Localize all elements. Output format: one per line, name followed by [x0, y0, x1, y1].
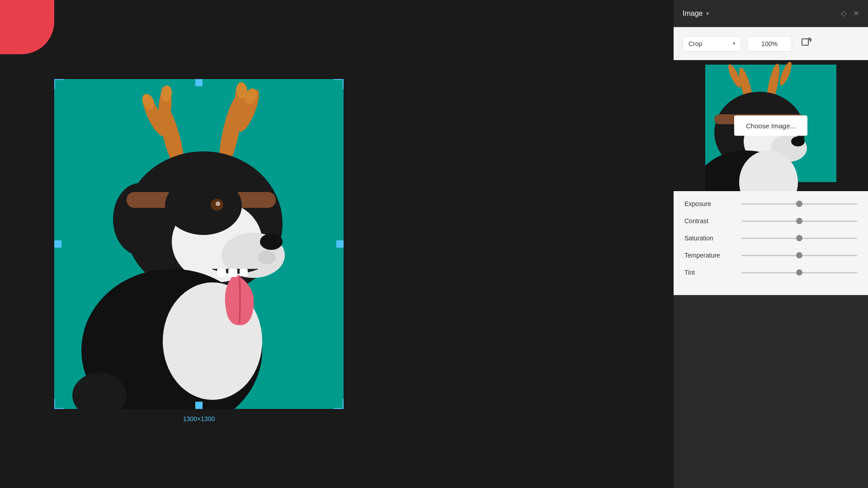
crop-dropdown-chevron: ▾ — [733, 41, 736, 47]
crop-corner-bl[interactable] — [54, 399, 64, 409]
svg-rect-32 — [802, 39, 808, 45]
image-preview: Choose Image... — [674, 60, 868, 191]
rotate-button[interactable] — [797, 34, 814, 53]
close-icon[interactable]: × — [854, 8, 859, 19]
temperature-thumb[interactable] — [796, 252, 802, 258]
rotate-icon — [799, 36, 812, 49]
canvas-area: 1300×1300 — [0, 0, 398, 488]
image-container: 1300×1300 — [54, 79, 344, 409]
svg-rect-47 — [836, 60, 868, 191]
toolbar-row: Crop ▾ — [674, 27, 868, 60]
contrast-thumb[interactable] — [796, 218, 802, 224]
svg-point-42 — [791, 136, 805, 146]
temperature-track[interactable] — [741, 255, 857, 256]
crop-corner-tr[interactable] — [334, 79, 344, 89]
crop-handle-bottom-center[interactable] — [195, 402, 203, 409]
dimensions-label: 1300×1300 — [183, 415, 215, 422]
tint-row: Tint — [684, 269, 857, 276]
contrast-row: Contrast — [684, 217, 857, 225]
panel-header: Image ▾ ◇ × — [674, 0, 868, 27]
right-panel: Image ▾ ◇ × Crop ▾ — [674, 0, 868, 488]
dog-image — [54, 79, 344, 409]
crop-corner-br[interactable] — [334, 399, 344, 409]
saturation-label: Saturation — [684, 235, 734, 242]
exposure-row: Exposure — [684, 200, 857, 207]
svg-rect-23 — [217, 269, 226, 277]
adjustments-section: Exposure Contrast Saturation Temperature — [674, 191, 868, 295]
saturation-track[interactable] — [741, 238, 857, 239]
crop-handle-middle-right[interactable] — [336, 240, 344, 248]
tint-track[interactable] — [741, 272, 857, 273]
dog-svg — [54, 79, 344, 409]
panel-dropdown-arrow[interactable]: ▾ — [706, 10, 709, 17]
svg-rect-46 — [674, 60, 705, 191]
panel-title-group: Image ▾ — [683, 9, 709, 18]
svg-rect-24 — [228, 269, 237, 277]
zoom-input[interactable] — [747, 36, 792, 52]
saturation-row: Saturation — [684, 235, 857, 242]
crop-dropdown-label: Crop — [689, 40, 702, 47]
saturation-thumb[interactable] — [796, 235, 802, 241]
svg-point-27 — [258, 251, 276, 264]
diamond-icon[interactable]: ◇ — [841, 9, 846, 18]
svg-point-14 — [260, 234, 283, 250]
contrast-label: Contrast — [684, 217, 734, 225]
temperature-label: Temperature — [684, 252, 734, 259]
crop-dropdown[interactable]: Crop ▾ — [683, 36, 741, 52]
exposure-label: Exposure — [684, 200, 734, 207]
temperature-row: Temperature — [684, 252, 857, 259]
tint-label: Tint — [684, 269, 734, 276]
crop-handle-top-center[interactable] — [195, 79, 203, 86]
exposure-thumb[interactable] — [796, 201, 802, 207]
tint-thumb[interactable] — [796, 269, 802, 276]
panel-header-icons: ◇ × — [841, 8, 859, 19]
svg-point-31 — [216, 202, 220, 206]
crop-corner-tl[interactable] — [54, 79, 64, 89]
panel-title: Image — [683, 9, 703, 18]
contrast-track[interactable] — [741, 221, 857, 222]
exposure-track[interactable] — [741, 203, 857, 205]
choose-image-button[interactable]: Choose Image... — [734, 116, 807, 136]
svg-rect-25 — [240, 269, 248, 276]
svg-point-28 — [165, 176, 242, 235]
crop-handle-middle-left[interactable] — [54, 240, 61, 248]
